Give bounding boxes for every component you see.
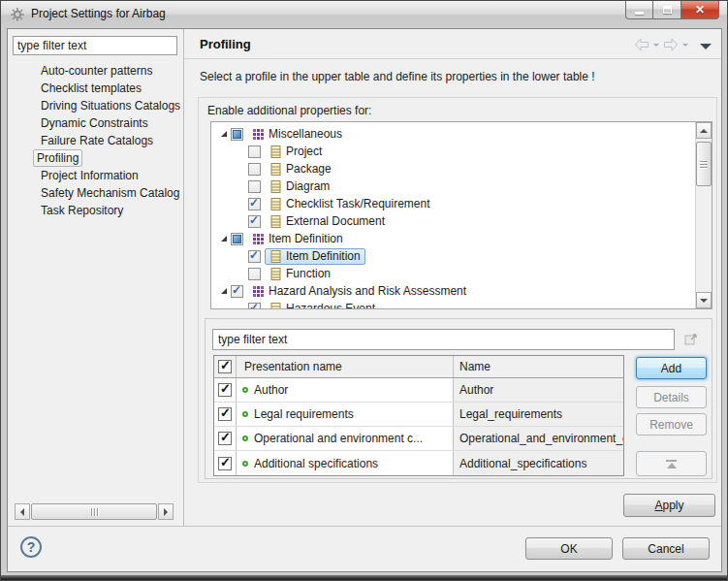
row-checkbox[interactable] bbox=[218, 407, 232, 421]
move-top-button[interactable] bbox=[636, 451, 707, 476]
view-menu-button[interactable] bbox=[700, 44, 712, 49]
tree-node-checkbox[interactable] bbox=[248, 215, 261, 228]
remove-button[interactable]: Remove bbox=[636, 413, 707, 436]
arrow-up-icon bbox=[700, 125, 708, 133]
tree-node-label: Miscellaneous bbox=[269, 127, 342, 141]
tree-expander-icon[interactable] bbox=[217, 284, 231, 298]
row-checkbox[interactable] bbox=[218, 383, 232, 397]
tree-node-checkbox[interactable] bbox=[248, 250, 261, 263]
tree-node-checkbox[interactable] bbox=[248, 163, 261, 176]
sidebar-item[interactable]: Project Information bbox=[8, 167, 181, 184]
arrow-right-icon bbox=[164, 508, 172, 516]
table-row[interactable]: Author Author bbox=[214, 378, 623, 403]
tree-expander-icon[interactable] bbox=[217, 127, 231, 141]
table-body: Author Author Legal requirements Legal_r… bbox=[214, 378, 623, 475]
tree-node-label: Package bbox=[286, 162, 332, 176]
properties-filter-input[interactable] bbox=[212, 329, 675, 350]
group-label: Enable additional properties for: bbox=[207, 104, 371, 117]
tree-node-checkbox[interactable] bbox=[248, 145, 261, 158]
column-header-name[interactable]: Name bbox=[454, 356, 623, 377]
table-row[interactable]: Operational and environment c... Operati… bbox=[214, 427, 623, 451]
back-button[interactable] bbox=[634, 38, 649, 51]
details-button[interactable]: Details bbox=[636, 386, 707, 408]
back-history-dropdown-icon[interactable] bbox=[653, 44, 659, 49]
tree-node-checkbox[interactable] bbox=[248, 268, 261, 280]
scroll-up-button[interactable] bbox=[696, 122, 712, 139]
tree-node-checkbox[interactable] bbox=[231, 285, 243, 298]
tree-node[interactable]: Project bbox=[211, 143, 695, 160]
form-list-icon bbox=[269, 180, 282, 193]
properties-table: Presentation name Name Author Author Leg… bbox=[213, 355, 624, 476]
tree-node[interactable]: Hazardous Event bbox=[211, 300, 695, 309]
property-bullet-icon bbox=[242, 436, 248, 441]
column-header-presentation-name[interactable]: Presentation name bbox=[237, 356, 454, 377]
sidebar-filter-input[interactable] bbox=[13, 36, 177, 55]
tree-node-checkbox[interactable] bbox=[248, 180, 261, 193]
row-checkbox[interactable] bbox=[218, 457, 232, 470]
maximize-button[interactable] bbox=[653, 1, 681, 19]
row-checkbox[interactable] bbox=[218, 432, 232, 445]
tree-node[interactable]: Miscellaneous bbox=[211, 125, 695, 143]
scrollbar-thumb[interactable] bbox=[31, 503, 157, 520]
form-list-icon bbox=[269, 145, 282, 158]
sidebar-item[interactable]: Auto-counter patterns bbox=[8, 62, 181, 80]
minimize-icon bbox=[635, 12, 644, 15]
tree-node[interactable]: Item Definition bbox=[211, 230, 695, 247]
sidebar-item-label: Auto-counter patterns bbox=[37, 62, 156, 80]
table-row[interactable]: Legal requirements Legal_requirements bbox=[214, 403, 623, 427]
tree-node-checkbox[interactable] bbox=[231, 233, 243, 245]
table-row[interactable]: Additional specifications Additional_spe… bbox=[214, 451, 623, 475]
cancel-button[interactable]: Cancel bbox=[622, 537, 710, 560]
scroll-down-button[interactable] bbox=[696, 292, 712, 308]
tree-node[interactable]: Package bbox=[211, 160, 695, 178]
sidebar-item[interactable]: Profiling bbox=[8, 149, 181, 167]
sidebar-item-label: Checklist templates bbox=[37, 80, 145, 97]
forward-button[interactable] bbox=[663, 38, 679, 51]
filter-toggle-icon[interactable] bbox=[683, 332, 699, 347]
tree-node[interactable]: Checklist Task/Requirement bbox=[211, 195, 695, 212]
tree-node[interactable]: Hazard Analysis and Risk Assessment bbox=[211, 282, 695, 300]
sidebar-item-label: Driving Situations Catalogs bbox=[37, 97, 184, 114]
tree-node[interactable]: Item Definition bbox=[211, 247, 695, 265]
sidebar-item[interactable]: Safety Mechanism Catalog bbox=[8, 184, 181, 202]
tree-expander-icon[interactable] bbox=[217, 232, 231, 245]
scroll-left-button[interactable] bbox=[15, 503, 30, 520]
tree-node-checkbox[interactable] bbox=[248, 198, 261, 210]
minimize-button[interactable] bbox=[625, 1, 653, 19]
page-description: Select a profile in the upper table and … bbox=[200, 70, 595, 83]
tree-node-checkbox[interactable] bbox=[248, 303, 261, 310]
titlebar[interactable]: Project Settings for Airbag ✕ bbox=[1, 1, 727, 28]
select-all-checkbox[interactable] bbox=[218, 360, 232, 373]
tree-node-label: Checklist Task/Requirement bbox=[286, 197, 430, 210]
properties-panel: Presentation name Name Author Author Leg… bbox=[205, 318, 712, 479]
tree-vertical-scrollbar[interactable] bbox=[695, 122, 712, 308]
close-button[interactable]: ✕ bbox=[681, 1, 719, 19]
sidebar-item[interactable]: Failure Rate Catalogs bbox=[8, 132, 181, 149]
maximize-icon bbox=[663, 6, 672, 14]
sidebar-item-label: Profiling bbox=[33, 149, 82, 167]
presentation-name-cell: Author bbox=[254, 383, 288, 397]
table-header-row: Presentation name Name bbox=[214, 356, 623, 378]
sidebar-item[interactable]: Driving Situations Catalogs bbox=[8, 97, 181, 114]
sidebar-item-label: Dynamic Constraints bbox=[37, 114, 152, 132]
arrow-down-icon bbox=[700, 299, 708, 307]
help-button[interactable]: ? bbox=[20, 536, 42, 558]
profiles-tree: Miscellaneous Project Package bbox=[210, 121, 712, 309]
scroll-right-button[interactable] bbox=[158, 503, 174, 520]
scrollbar-thumb[interactable] bbox=[696, 142, 712, 186]
forward-history-dropdown-icon[interactable] bbox=[682, 44, 688, 49]
tree-node-checkbox[interactable] bbox=[231, 128, 243, 141]
sidebar-horizontal-scrollbar[interactable] bbox=[15, 503, 174, 520]
sidebar-item[interactable]: Checklist templates bbox=[8, 80, 181, 97]
add-button[interactable]: Add bbox=[636, 357, 707, 379]
tree-node[interactable]: External Document bbox=[211, 212, 695, 230]
tree-node[interactable]: Diagram bbox=[211, 178, 695, 195]
table-actions: Add Details Remove bbox=[636, 357, 707, 476]
apply-button[interactable]: Apply bbox=[623, 494, 715, 517]
gear-icon bbox=[10, 7, 25, 22]
sidebar-item[interactable]: Task Repository bbox=[8, 202, 181, 219]
tree-node[interactable]: Function bbox=[211, 265, 695, 282]
ok-button[interactable]: OK bbox=[525, 537, 613, 560]
tree-node-label: Function bbox=[286, 267, 331, 280]
sidebar-item[interactable]: Dynamic Constraints bbox=[8, 114, 181, 132]
